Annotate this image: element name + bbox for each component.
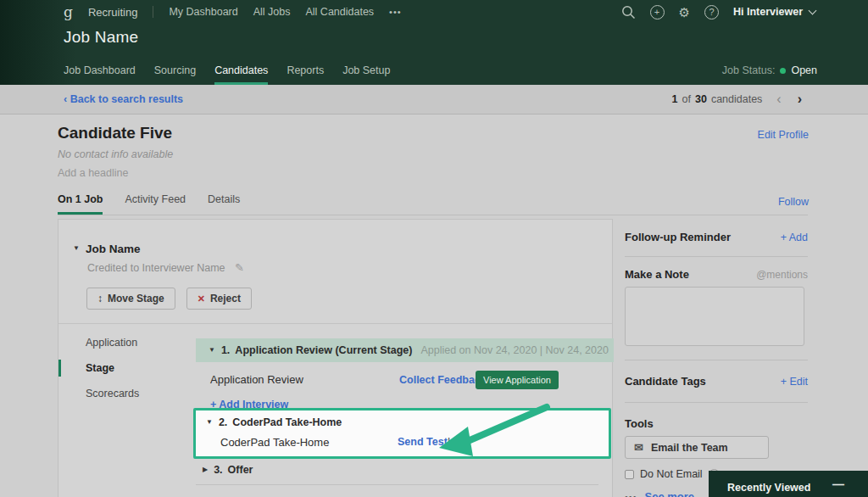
next-candidate-icon[interactable]: › — [798, 94, 802, 104]
make-note-row: Make a Note @mentions — [625, 268, 808, 281]
tab-job-setup[interactable]: Job Setup — [342, 59, 390, 85]
card-job-name-toggle[interactable]: ▼ Job Name — [73, 243, 140, 255]
job-status-label: Job Status: — [722, 64, 776, 76]
settings-gear-icon[interactable]: ⚙ — [679, 6, 690, 19]
candidate-tags-title: Candidate Tags — [625, 375, 706, 388]
minimize-icon[interactable]: — — [832, 477, 844, 491]
tab-sourcing[interactable]: Sourcing — [154, 59, 196, 85]
view-application-button[interactable]: View Application — [476, 371, 559, 389]
stage-number: 3. — [214, 464, 222, 476]
edit-tags-link[interactable]: + Edit — [781, 376, 808, 388]
sidebar-divider — [625, 256, 808, 257]
mentions-hint: @mentions — [756, 269, 808, 281]
tab-reports[interactable]: Reports — [287, 59, 324, 85]
note-textarea[interactable] — [625, 287, 804, 346]
do-not-email-row: Do Not Email i — [625, 468, 720, 480]
recently-viewed-panel[interactable]: Recently Viewed — — [709, 471, 868, 497]
collect-feedback-link[interactable]: Collect Feedback — [399, 374, 487, 386]
chevron-down-icon — [809, 6, 817, 14]
active-nav-bar — [58, 360, 61, 377]
move-stage-label: Move Stage — [108, 293, 164, 304]
credited-to: Credited to Interviewer Name ✎ — [87, 261, 244, 274]
envelope-icon: ✉ — [634, 441, 643, 454]
tab-on-1-job[interactable]: On 1 Job — [58, 193, 103, 215]
make-note-title: Make a Note — [625, 268, 689, 281]
stage-actions: ↕ Move Stage ✕ Reject — [86, 288, 252, 310]
tab-candidates[interactable]: Candidates — [214, 59, 268, 85]
card-nav-stage-label: Stage — [86, 362, 114, 374]
primary-nav: g Recruiting My Dashboard All Jobs All C… — [64, 0, 402, 24]
top-navigation-bar: g Recruiting My Dashboard All Jobs All C… — [0, 0, 868, 85]
nav-item-all-jobs[interactable]: All Jobs — [253, 6, 291, 18]
job-application-card: ▼ Job Name Credited to Interviewer Name … — [58, 219, 613, 497]
more-menu-icon[interactable]: ••• — [389, 7, 402, 17]
tools-title: Tools — [625, 417, 654, 430]
stage-applied-meta: Applied on Nov 24, 2020 | Nov 24, 2020 — [420, 344, 608, 356]
do-not-email-label: Do Not Email — [640, 468, 703, 480]
add-icon[interactable]: + — [650, 5, 665, 20]
nav-item-my-dashboard[interactable]: My Dashboard — [169, 6, 237, 18]
send-test-link[interactable]: Send Test — [398, 436, 448, 448]
card-side-nav: Application Stage Scorecards — [58, 330, 196, 406]
candidate-tags-row: Candidate Tags + Edit — [625, 375, 808, 388]
prev-candidate-icon[interactable]: ‹ — [776, 94, 781, 104]
nav-item-all-candidates[interactable]: All Candidates — [306, 6, 375, 18]
coderpad-highlight-box: ▼ 2. CoderPad Take-Home CoderPad Take-Ho… — [193, 408, 611, 459]
back-to-search-link[interactable]: ‹ Back to search results — [64, 93, 183, 105]
job-status-value[interactable]: Open — [791, 64, 817, 76]
card-nav-stage[interactable]: Stage — [58, 355, 196, 381]
tab-activity-feed[interactable]: Activity Feed — [125, 193, 186, 215]
stage-number: 1. — [221, 344, 230, 356]
card-nav-scorecards[interactable]: Scorecards — [58, 381, 196, 406]
edit-profile-link[interactable]: Edit Profile — [758, 129, 809, 141]
breadcrumb-bar: ‹ Back to search results 1 of 30 candida… — [0, 85, 868, 114]
stage-row-application-review[interactable]: ▼ 1. Application Review (Current Stage) … — [196, 338, 614, 362]
triangle-down-icon: ▼ — [73, 244, 80, 252]
triangle-down-icon: ▼ — [206, 418, 213, 426]
triangle-right-icon: ▶ — [203, 466, 208, 473]
interview-name: Application Review — [210, 373, 303, 386]
stage-divider — [196, 484, 598, 485]
back-label: Back to search results — [70, 93, 183, 105]
job-title: Job Name — [64, 28, 138, 47]
move-stage-button[interactable]: ↕ Move Stage — [86, 288, 175, 310]
add-headline-link[interactable]: Add a headline — [58, 167, 128, 179]
credited-label: Credited to Interviewer Name — [87, 262, 225, 274]
card-nav-application[interactable]: Application — [58, 330, 196, 355]
do-not-email-checkbox[interactable] — [625, 470, 634, 479]
candidate-contact-info: No contact info available — [58, 148, 173, 160]
reject-label: Reject — [210, 293, 241, 304]
tab-job-dashboard[interactable]: Job Dashboard — [64, 59, 136, 85]
greenhouse-logo-icon[interactable]: g — [64, 3, 73, 20]
reject-button[interactable]: ✕ Reject — [186, 288, 252, 310]
tools-row: Tools — [625, 417, 808, 430]
header-actions: + ⚙ ? Hi Interviewer — [621, 0, 815, 24]
search-icon[interactable] — [621, 5, 636, 20]
ellipsis-icon[interactable]: ••• — [625, 492, 637, 497]
sidebar-divider — [625, 360, 808, 360]
edit-pencil-icon[interactable]: ✎ — [235, 261, 244, 274]
user-menu[interactable]: Hi Interviewer — [733, 6, 815, 18]
pager-total: 30 — [695, 93, 707, 105]
reject-x-icon: ✕ — [198, 293, 205, 304]
email-the-team-button[interactable]: ✉ Email the Team — [625, 436, 769, 459]
followup-reminder-title: Follow-up Reminder — [625, 231, 731, 243]
candidate-tabs: On 1 Job Activity Feed Details — [58, 193, 808, 215]
stage-row-coderpad[interactable]: ▼ 2. CoderPad Take-Home — [196, 410, 609, 428]
sidebar-divider — [625, 402, 808, 403]
email-team-label: Email the Team — [651, 442, 728, 454]
follow-link[interactable]: Follow — [778, 196, 809, 208]
add-reminder-link[interactable]: + Add — [781, 232, 808, 243]
card-divider — [58, 323, 612, 324]
job-tabs: Job Dashboard Sourcing Candidates Report… — [64, 59, 390, 85]
stage-row-offer[interactable]: ▶ 3. Offer — [203, 464, 253, 476]
product-name: Recruiting — [88, 6, 138, 19]
see-more-link[interactable]: See more — [645, 490, 695, 497]
recently-viewed-title: Recently Viewed — [727, 482, 810, 494]
nav-divider — [153, 6, 153, 18]
help-icon[interactable]: ? — [704, 5, 719, 20]
tab-details[interactable]: Details — [208, 193, 240, 215]
interview-name: CoderPad Take-Home — [220, 436, 329, 449]
stage-title: Application Review (Current Stage) — [235, 344, 412, 356]
see-more-row: ••• See more — [625, 490, 694, 497]
